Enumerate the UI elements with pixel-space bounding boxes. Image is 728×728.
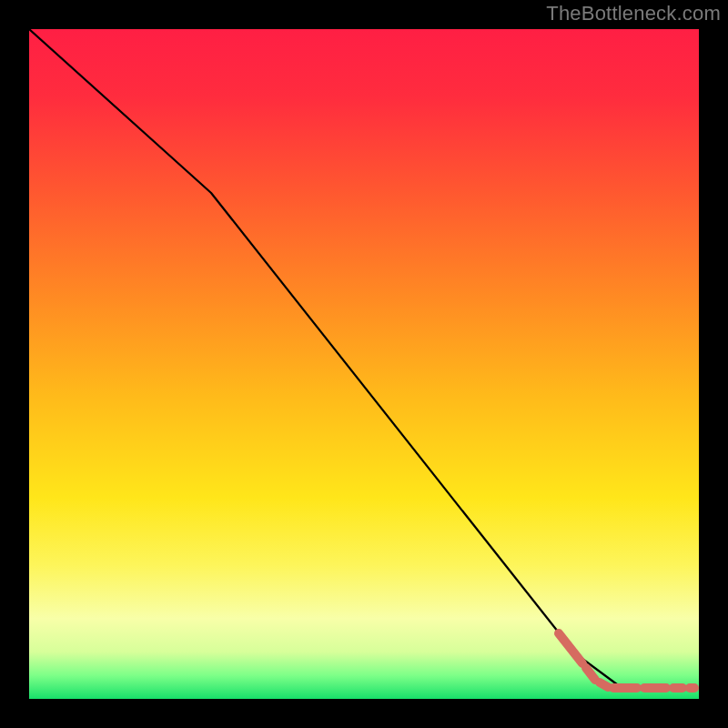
highlight-segment: [600, 682, 608, 687]
plot-svg: [29, 29, 699, 699]
plot-area: [29, 29, 699, 699]
watermark-text: TheBottleneck.com: [546, 2, 721, 25]
heat-gradient-background: [29, 29, 699, 699]
chart-frame: TheBottleneck.com: [0, 0, 728, 728]
